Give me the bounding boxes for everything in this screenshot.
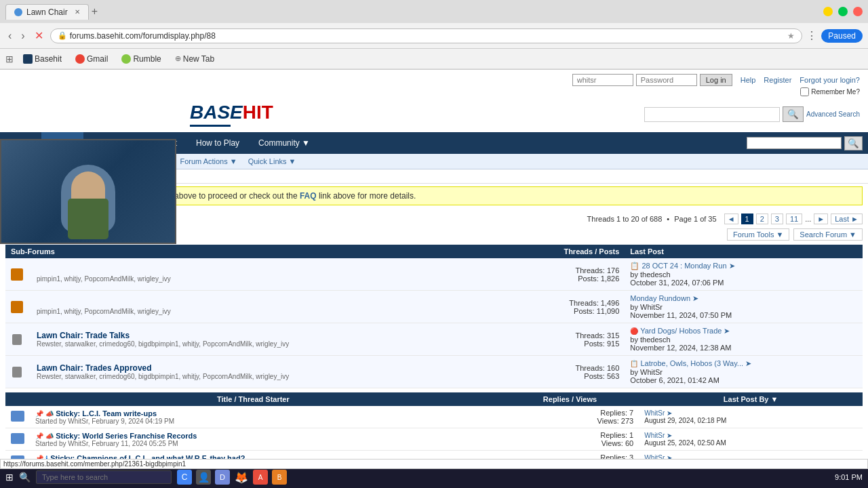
help-link[interactable]: Help [741,76,756,84]
bookmark-gmail[interactable]: Gmail [71,53,112,65]
lastpost-link[interactable]: Latrobe, Owls, Hobos (3 Way... ➤ [640,359,751,367]
tab-favicon [14,8,22,16]
lastpost-icon: 📋 [630,360,638,367]
basehit-icon [23,54,33,64]
subforum-lastpost: 📋 28 OCT 24 : Monday Run ➤ by thedesch O… [625,258,863,291]
taskbar-app1-icon[interactable]: A [253,470,268,485]
next-page-btn[interactable]: ► [814,214,828,224]
search-icon[interactable]: 🔍 [19,472,31,483]
subforum-mods: pimpin1, whitjy, PopcornAndMilk, wrigley… [37,275,500,283]
tooltip-bar: https://forums.basehit.com/member.php/21… [0,459,868,469]
browser-tab[interactable]: Lawn Chair ✕ [5,4,89,20]
video-content [1,140,175,243]
thread-stats-cell: Replies: 1 Views: 60 [501,428,639,451]
nav-search-right: 🔍 [747,136,868,150]
page-1-btn[interactable]: 1 [741,214,753,224]
username-input[interactable] [572,74,633,86]
subnav-quick-links[interactable]: Quick Links ▼ [243,155,302,167]
subforum-col-lastpost: Last Post [625,245,863,258]
lastpost-link[interactable]: Monday Rundown ➤ [630,294,698,302]
subforum-mods: Rewster, starwalker, crimedog60, bigdbpi… [37,373,500,380]
prev-page-btn[interactable]: ◄ [724,214,738,224]
last-page-btn[interactable]: Last ► [831,214,863,224]
new-tab-button[interactable]: + [92,5,98,18]
thread-title-link[interactable]: Sticky: World Series Franchise Records [56,432,197,440]
minimize-button[interactable] [823,7,833,16]
browser-titlebar: Lawn Chair ✕ + [0,0,868,23]
lastpost-link[interactable]: 28 OCT 24 : Monday Run ➤ [642,262,734,270]
password-input[interactable] [636,74,697,86]
taskbar-discord-icon[interactable]: D [215,470,230,485]
search-forum-button[interactable]: Search Forum ▼ [793,228,863,241]
site-logo[interactable]: BASE HIT [190,102,273,127]
thread-views: Views: 273 [507,417,633,425]
address-bar[interactable]: 🔒 forums.basehit.com/forumdisplay.php/88… [50,28,803,43]
login-button[interactable]: Log in [700,74,732,86]
nav-community[interactable]: Community ▼ [249,132,319,154]
page-11-btn[interactable]: 11 [786,214,802,224]
lastpost-link[interactable]: Yard Dogs/ Hobos Trade ➤ [640,327,730,335]
subforum-threads: Threads: 315 [511,331,619,340]
subforum-posts: Posts: 1,826 [511,274,619,283]
taskbar-chrome-icon[interactable]: C [177,470,192,485]
taskbar-firefox-icon[interactable]: 🦊 [234,470,249,485]
taskbar-person-icon[interactable]: 👤 [196,470,211,485]
thread-lastpost-cell: WhitSr ➤ August 25, 2024, 02:50 AM [639,428,863,451]
bookmark-basehit-label: Basehit [35,54,62,64]
subforum-trade-talks-name[interactable]: Lawn Chair: Trade Talks [37,331,500,340]
tooltip-url: https://forums.basehit.com/member.php/21… [3,460,186,468]
lastpost-new-icon: 🔴 [630,327,638,335]
sticky-icon: 📌 [35,432,43,440]
close-button[interactable] [853,7,863,16]
subforum-row-trades-approved: Lawn Chair: Trades Approved Rewster, sta… [5,356,863,388]
thread-email-icon [11,411,24,422]
lastpost-date: November 12, 2024, 12:38 AM [630,344,857,352]
maximize-button[interactable] [838,7,848,16]
forgot-link[interactable]: Forgot your login? [800,76,860,84]
notice-faq-link[interactable]: FAQ [300,191,317,201]
taskbar: ⊞ 🔍 C 👤 D 🦊 A B 9:01 PM [0,466,868,488]
page-2-btn[interactable]: 2 [756,214,768,224]
subforum-mods: Rewster, starwalker, crimedog60, bigdbpi… [37,340,500,348]
remember-me-checkbox[interactable] [800,87,809,96]
forward-button[interactable]: › [18,28,27,43]
bookmark-basehit[interactable]: Basehit [19,53,66,65]
remember-me-label: Remember Me? [811,88,860,96]
bookmark-rumble[interactable]: Rumble [117,53,165,65]
refresh-button[interactable]: ✕ [32,28,46,43]
nav-community-label: Community ▼ [258,138,310,148]
taskbar-search-input[interactable] [36,470,172,484]
notice-text-post: link above for more details. [319,191,416,201]
lock-icon [12,334,22,345]
nav-search-input[interactable] [747,137,842,149]
header-search-input[interactable] [644,107,780,122]
subforum-col-name: Sub-Forums [5,245,505,258]
subforum-name[interactable] [37,266,500,275]
subnav-forum-actions[interactable]: Forum Actions ▼ [174,155,242,167]
tab-close-btn[interactable]: ✕ [75,8,80,16]
thread-lastpost-user[interactable]: WhitSr [644,432,665,439]
apps-icon[interactable]: ⊞ [5,54,14,64]
register-link[interactable]: Register [764,76,791,84]
advanced-search-link[interactable]: Advanced Search [806,110,860,118]
taskbar-app2-icon[interactable]: B [272,470,287,485]
thread-col-replies[interactable]: Replies / Views [501,392,639,406]
thread-col-lastpost[interactable]: Last Post By ▼ [639,392,863,406]
subforum-name[interactable] [37,298,500,308]
subforum-trades-approved-name[interactable]: Lawn Chair: Trades Approved [37,363,500,373]
webcam-overlay [0,139,176,244]
back-button[interactable]: ‹ [5,28,14,43]
bookmark-newtab[interactable]: ⊕ New Tab [171,53,218,65]
header-search-button[interactable]: 🔍 [783,106,804,122]
page-3-btn[interactable]: 3 [771,214,783,224]
thread-title-link[interactable]: Sticky: L.C.I. Team write-ups [56,409,157,418]
subforum-stats: Threads: 315 Posts: 915 [505,323,625,356]
profile-button[interactable]: Paused [821,29,863,43]
nav-howtoplay[interactable]: How to Play [186,132,249,154]
nav-search-button[interactable]: 🔍 [844,136,863,150]
windows-icon[interactable]: ⊞ [5,472,14,483]
pagination-summary: Threads 1 to 20 of 688 [587,215,663,223]
extensions-icon[interactable]: ⋮ [806,29,817,42]
thread-lastpost-user[interactable]: WhitSr [644,409,665,417]
forum-tools-button[interactable]: Forum Tools ▼ [727,228,789,241]
